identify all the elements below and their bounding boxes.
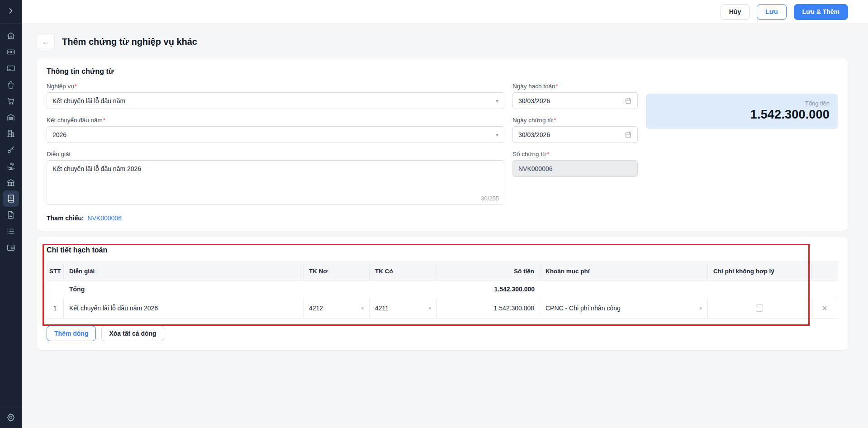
arrow-left-icon: ← bbox=[42, 37, 50, 47]
bank-icon bbox=[6, 178, 15, 187]
row-invalid-expense-checkbox[interactable] bbox=[756, 304, 763, 312]
column-header-dien-giai: Diễn giải bbox=[64, 262, 304, 280]
sidebar-item-office-building[interactable] bbox=[3, 125, 19, 142]
table-header-row: STT Diễn giải TK Nợ TK Có Số tiền Khoản … bbox=[47, 262, 838, 281]
sidebar-item-tools[interactable] bbox=[3, 142, 19, 158]
ngay-hach-toan-label: Ngày hạch toán* bbox=[512, 83, 638, 90]
row-tk-co-value: 4211 bbox=[375, 304, 389, 312]
sidebar-item-home[interactable] bbox=[3, 28, 19, 44]
sidebar-item-settings[interactable] bbox=[3, 409, 19, 425]
required-mark: * bbox=[75, 83, 77, 90]
shopping-bag-icon bbox=[6, 80, 15, 89]
required-mark: * bbox=[103, 117, 105, 124]
sidebar-item-banknote[interactable] bbox=[3, 44, 19, 60]
character-counter: 30/255 bbox=[481, 195, 499, 202]
table-row: 1 Kết chuyển lãi lỗ đầu năm 2026 4212 42… bbox=[47, 298, 838, 319]
reference-label: Tham chiếu: bbox=[47, 214, 84, 222]
back-button[interactable]: ← bbox=[37, 33, 55, 50]
wallet-icon bbox=[6, 243, 15, 252]
column-header-stt: STT bbox=[47, 262, 64, 280]
column-header-chi-phi-khong-hop-ly: Chi phí không hợp lý bbox=[708, 262, 811, 280]
sidebar-item-warehouse[interactable] bbox=[3, 109, 19, 125]
accounting-detail-card: Chi tiết hạch toán STT Diễn giải TK Nợ T… bbox=[37, 237, 848, 350]
chevron-right-icon bbox=[6, 6, 15, 17]
close-icon: × bbox=[822, 303, 827, 313]
so-chung-tu-label: Số chứng từ* bbox=[512, 151, 638, 157]
ngay-chung-tu-input[interactable]: 30/03/2026 bbox=[512, 126, 638, 143]
dien-giai-label: Diễn giải bbox=[47, 151, 504, 157]
ngay-chung-tu-value: 30/03/2026 bbox=[518, 131, 550, 138]
sidebar-item-shopping-bag[interactable] bbox=[3, 76, 19, 93]
nghiep-vu-value: Kết chuyển lãi lỗ đầu năm bbox=[52, 97, 125, 105]
cancel-button[interactable]: Hủy bbox=[721, 4, 749, 20]
required-mark: * bbox=[554, 117, 556, 124]
delete-all-rows-button[interactable]: Xóa tất cả dòng bbox=[101, 326, 164, 341]
document-info-card: Thông tin chứng từ Nghiệp vụ* Kết chuyển… bbox=[37, 58, 848, 231]
dien-giai-textarea[interactable]: Kết chuyển lãi lỗ đầu năm 2026 bbox=[47, 160, 504, 204]
calendar-icon[interactable] bbox=[625, 97, 632, 105]
topbar: Hủy Lưu Lưu & Thêm bbox=[22, 0, 868, 24]
row-description-input[interactable]: Kết chuyển lãi lỗ đầu năm 2026 bbox=[64, 298, 304, 318]
ket-chuyen-dau-nam-value: 2026 bbox=[52, 131, 66, 138]
shopping-cart-icon bbox=[6, 96, 15, 105]
column-header-actions bbox=[811, 262, 838, 280]
reference-row: Tham chiếu: NVK000006 bbox=[47, 214, 838, 222]
document-icon bbox=[6, 210, 15, 219]
main-area: Hủy Lưu Lưu & Thêm ← Thêm chứng từ nghiệ… bbox=[22, 0, 868, 428]
gear-icon bbox=[6, 413, 15, 422]
column-header-tk-co: TK Có bbox=[370, 262, 437, 280]
sidebar-item-shopping-cart[interactable] bbox=[3, 93, 19, 109]
row-amount-input[interactable]: 1.542.300.000 bbox=[437, 298, 540, 318]
ledger-book-icon: $ bbox=[6, 194, 15, 203]
save-button[interactable]: Lưu bbox=[757, 4, 786, 20]
app-window: $ Hủy Lưu Lưu & Thêm bbox=[0, 0, 868, 428]
total-row-amount: 1.542.300.000 bbox=[437, 281, 540, 298]
row-expense-item-select[interactable]: CPNC - Chi phí nhân công bbox=[540, 298, 708, 318]
svg-text:$: $ bbox=[10, 196, 12, 200]
calendar-icon[interactable] bbox=[625, 131, 632, 138]
reference-link[interactable]: NVK000006 bbox=[87, 214, 122, 222]
hand-coins-icon bbox=[6, 162, 15, 171]
sidebar-item-bank[interactable] bbox=[3, 174, 19, 190]
sidebar-item-accounting-ledger[interactable]: $ bbox=[3, 190, 19, 207]
home-icon bbox=[6, 31, 15, 40]
table-total-row: Tổng 1.542.300.000 bbox=[47, 281, 838, 298]
row-tk-no-select[interactable]: 4212 bbox=[304, 298, 370, 318]
row-tk-no-value: 4212 bbox=[309, 304, 323, 312]
sidebar: $ bbox=[0, 0, 22, 428]
page-content: ← Thêm chứng từ nghiệp vụ khác Thông tin… bbox=[22, 24, 868, 428]
so-chung-tu-input[interactable] bbox=[512, 160, 638, 177]
detail-table: STT Diễn giải TK Nợ TK Có Số tiền Khoản … bbox=[47, 262, 838, 319]
credit-card-icon bbox=[6, 64, 15, 73]
required-mark: * bbox=[556, 83, 558, 90]
sidebar-item-wallet[interactable] bbox=[3, 239, 19, 256]
row-tk-co-select[interactable]: 4211 bbox=[370, 298, 437, 318]
ket-chuyen-dau-nam-select[interactable]: 2026 bbox=[47, 126, 504, 143]
add-row-button[interactable]: Thêm dòng bbox=[47, 326, 96, 341]
sidebar-item-hand-coins[interactable] bbox=[3, 158, 19, 174]
total-amount-value: 1.542.300.000 bbox=[750, 108, 830, 122]
warehouse-icon bbox=[6, 113, 15, 122]
sidebar-expand-button[interactable] bbox=[3, 4, 19, 20]
sidebar-item-credit-card[interactable] bbox=[3, 60, 19, 76]
save-and-add-button[interactable]: Lưu & Thêm bbox=[794, 4, 848, 20]
row-delete-button[interactable]: × bbox=[822, 304, 827, 313]
sidebar-item-document[interactable] bbox=[3, 207, 19, 223]
ngay-hach-toan-input[interactable]: 30/03/2026 bbox=[512, 92, 638, 109]
page-title: Thêm chứng từ nghiệp vụ khác bbox=[62, 37, 197, 47]
total-amount-label: Tổng tiền bbox=[805, 100, 830, 107]
banknote-icon bbox=[6, 48, 15, 57]
list-icon bbox=[6, 227, 15, 236]
total-amount-box: Tổng tiền 1.542.300.000 bbox=[646, 94, 838, 129]
sidebar-item-list[interactable] bbox=[3, 223, 19, 239]
row-expense-item-value: CPNC - Chi phí nhân công bbox=[545, 304, 621, 312]
ket-chuyen-dau-nam-label: Kết chuyển đầu năm* bbox=[47, 117, 504, 124]
column-header-so-tien: Số tiền bbox=[437, 262, 540, 280]
nghiep-vu-select[interactable]: Kết chuyển lãi lỗ đầu năm bbox=[47, 92, 504, 109]
column-header-tk-no: TK Nợ bbox=[304, 262, 370, 280]
column-header-khoan-muc-phi: Khoản mục phí bbox=[540, 262, 708, 280]
row-stt: 1 bbox=[47, 298, 64, 318]
key-tools-icon bbox=[6, 145, 15, 154]
required-mark: * bbox=[547, 151, 549, 157]
office-building-icon bbox=[6, 129, 15, 138]
